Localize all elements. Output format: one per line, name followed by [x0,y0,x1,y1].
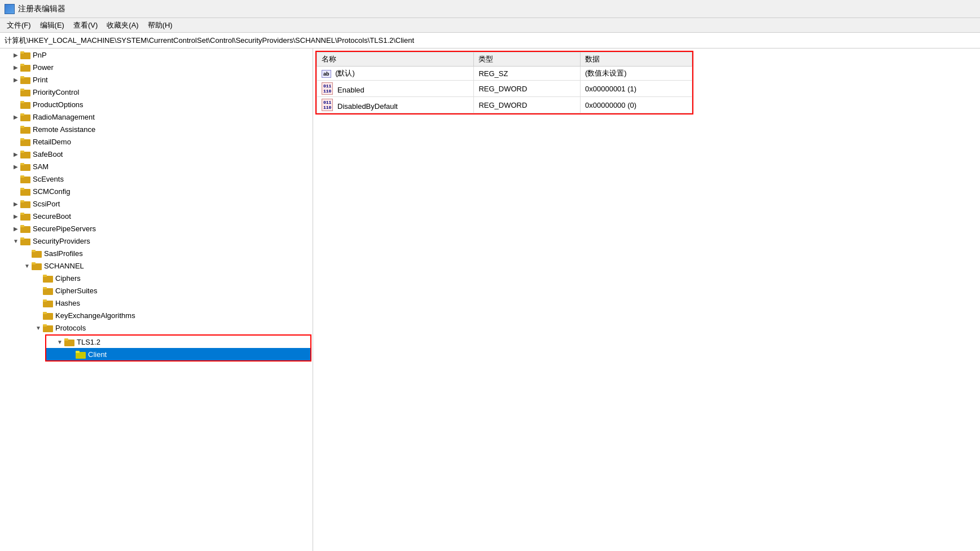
col-header-type: 类型 [474,52,581,67]
svg-rect-14 [20,126,24,128]
expand-safeboot[interactable]: ▶ [11,149,20,158]
tree-label-client: Client [88,350,107,359]
tree-item-prioritycontrol[interactable]: ▶ PriorityControl [0,86,313,98]
title-bar: 注册表编辑器 [0,0,980,18]
tree-label-print: Print [33,76,48,84]
svg-rect-12 [20,113,24,116]
tree-label-scevents: ScEvents [33,175,64,183]
tree-item-scevents[interactable]: ▶ ScEvents [0,173,313,185]
reg-name-disabledbydefault: 011110 DisabledByDefault [317,97,474,113]
tree-label-ciphersuites: CipherSuites [55,286,97,295]
folder-icon-print [20,75,30,84]
menu-bar: 文件(F) 编辑(E) 查看(V) 收藏夹(A) 帮助(H) [0,18,980,33]
table-row[interactable]: 011110 DisabledByDefault REG_DWORD 0x000… [317,97,692,113]
tree-item-radiomanagement[interactable]: ▶ RadioManagement [0,111,313,123]
tree-item-saslprofiles[interactable]: ▶ SaslProfiles [0,247,313,259]
expand-schannel[interactable]: ▼ [23,261,32,270]
reg-data-enabled: 0x00000001 (1) [581,81,692,97]
expand-securityproviders[interactable]: ▼ [11,236,20,245]
main-content: ▶ PnP ▶ Power ▶ Print ▶ PriorityControl [0,49,980,551]
expand-power[interactable]: ▶ [11,63,20,72]
folder-icon-power [20,63,30,72]
svg-rect-2 [20,51,24,54]
folder-icon-retaildemo [20,137,30,146]
menu-help[interactable]: 帮助(H) [143,19,177,32]
tree-item-secureboot[interactable]: ▶ SecureBoot [0,210,313,222]
tree-label-safeboot: SafeBoot [33,150,63,158]
tree-item-power[interactable]: ▶ Power [0,61,313,73]
table-row[interactable]: 011110 Enabled REG_DWORD 0x00000001 (1) [317,81,692,97]
expand-radiomanagement[interactable]: ▶ [11,112,20,121]
tree-item-safeboot[interactable]: ▶ SafeBoot [0,148,313,160]
folder-icon-scevents [20,174,30,183]
reg-name-enabled: 011110 Enabled [317,81,474,97]
menu-favorites[interactable]: 收藏夹(A) [102,19,143,32]
tree-scroll[interactable]: ▶ PnP ▶ Power ▶ Print ▶ PriorityControl [0,49,313,551]
svg-rect-18 [20,151,24,153]
svg-rect-6 [20,76,24,78]
folder-icon-ciphers [43,274,53,283]
tree-item-ciphers[interactable]: ▶ Ciphers [0,272,313,284]
reg-type-disabledbydefault: REG_DWORD [474,97,581,113]
folder-icon-protocols [43,323,53,332]
tree-label-ciphers: Ciphers [55,274,81,283]
tree-label-scmconfig: SCMConfig [33,187,70,196]
tree-label-pnp: PnP [33,51,47,59]
tree-label-power: Power [33,63,54,72]
registry-table: 名称 类型 数据 ab (默认) REG_SZ (数值未设置) [317,52,692,113]
expand-securepipeservers[interactable]: ▶ [11,224,20,233]
tree-item-scmconfig[interactable]: ▶ SCMConfig [0,185,313,197]
tree-item-hashes[interactable]: ▶ Hashes [0,297,313,309]
expand-scsiport[interactable]: ▶ [11,199,20,208]
svg-rect-20 [20,163,24,165]
expand-secureboot[interactable]: ▶ [11,211,20,221]
tree-item-remoteassistance[interactable]: ▶ Remote Assistance [0,123,313,135]
menu-file[interactable]: 文件(F) [2,19,36,32]
tree-label-securepipeservers: SecurePipeServers [33,224,96,233]
tree-label-retaildemo: RetailDemo [33,138,71,146]
reg-name-default: ab (默认) [317,67,474,81]
tree-label-secureboot: SecureBoot [33,212,71,221]
tree-label-productoptions: ProductOptions [33,100,84,109]
expand-pnp[interactable]: ▶ [11,50,20,59]
tree-label-prioritycontrol: PriorityControl [33,88,79,96]
col-header-data: 数据 [581,52,692,67]
tree-item-schannel[interactable]: ▼ SCHANNEL [0,259,313,272]
expand-protocols[interactable]: ▼ [34,323,43,332]
tls12-highlight-box: ▼ TLS1.2 ▶ Client [45,334,311,362]
tree-item-scsiport[interactable]: ▶ ScsiPort [0,197,313,210]
tree-item-retaildemo[interactable]: ▶ RetailDemo [0,135,313,148]
expand-tls12[interactable]: ▼ [55,337,64,346]
tree-item-securityproviders[interactable]: ▼ SecurityProviders [0,235,313,247]
tree-item-client[interactable]: ▶ Client [46,348,310,360]
app-title: 注册表编辑器 [18,4,65,14]
svg-rect-50 [76,351,80,353]
address-path: 计算机\HKEY_LOCAL_MACHINE\SYSTEM\CurrentCon… [5,36,414,46]
tree-item-print[interactable]: ▶ Print [0,73,313,86]
svg-rect-4 [20,64,24,66]
expand-sam[interactable]: ▶ [11,162,20,171]
svg-rect-30 [20,225,24,227]
folder-icon-tls12 [64,337,74,346]
tree-item-tls12[interactable]: ▼ TLS1.2 [46,336,310,348]
table-row[interactable]: ab (默认) REG_SZ (数值未设置) [317,67,692,81]
tree-item-pnp[interactable]: ▶ PnP [0,49,313,61]
menu-view[interactable]: 查看(V) [69,19,102,32]
tree-item-sam[interactable]: ▶ SAM [0,160,313,173]
tree-item-ciphersuites[interactable]: ▶ CipherSuites [0,284,313,297]
folder-icon-remoteassistance [20,125,30,134]
address-bar[interactable]: 计算机\HKEY_LOCAL_MACHINE\SYSTEM\CurrentCon… [0,33,980,49]
tree-panel: ▶ PnP ▶ Power ▶ Print ▶ PriorityControl [0,49,313,551]
tree-label-keyexchangealgorithms: KeyExchangeAlgorithms [55,311,135,320]
folder-icon-hashes [43,298,53,307]
folder-icon-keyexchangealgorithms [43,311,53,320]
folder-icon-sam [20,162,30,171]
tree-item-productoptions[interactable]: ▶ ProductOptions [0,98,313,111]
menu-edit[interactable]: 编辑(E) [36,19,69,32]
tree-item-keyexchangealgorithms[interactable]: ▶ KeyExchangeAlgorithms [0,309,313,321]
expand-print[interactable]: ▶ [11,75,20,84]
tree-item-securepipeservers[interactable]: ▶ SecurePipeServers [0,222,313,235]
svg-rect-46 [43,324,47,327]
svg-rect-48 [64,338,68,341]
tree-item-protocols[interactable]: ▼ Protocols [0,321,313,334]
